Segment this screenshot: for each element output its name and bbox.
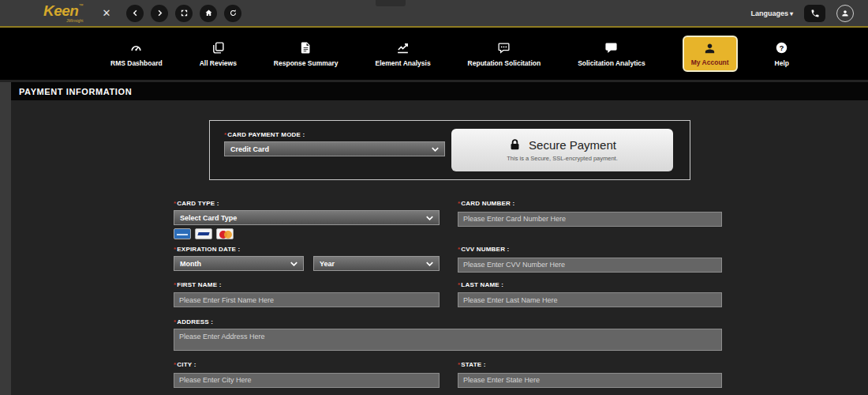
chevron-right-icon: [155, 9, 164, 17]
forward-button[interactable]: [151, 5, 168, 22]
secure-payment-card: Secure Payment This is a Secure, SSL-enc…: [451, 129, 673, 171]
card-payment-mode-select[interactable]: Credit Card: [224, 141, 445, 156]
secure-payment-note: This is a Secure, SSL-encrypted payment.: [507, 155, 617, 162]
nav-rms-dashboard[interactable]: RMS Dashboard: [110, 41, 163, 67]
nav-label: Response Summary: [274, 59, 339, 67]
fullscreen-icon: [180, 9, 189, 17]
account-button[interactable]: [836, 5, 854, 22]
cvv-input[interactable]: [458, 258, 722, 273]
reviews-icon: [211, 41, 225, 55]
languages-label: Languages: [750, 9, 788, 17]
secure-payment-title: Secure Payment: [529, 138, 616, 152]
nav-element-analysis[interactable]: Element Analysis: [376, 41, 431, 67]
gauge-icon: [129, 41, 143, 55]
first-name-label: *FIRST NAME :: [174, 281, 440, 288]
expiration-date-label: *EXPIRATION DATE :: [174, 246, 440, 253]
city-input[interactable]: [174, 373, 440, 388]
chevron-left-icon: [131, 9, 140, 17]
logo-text: Keen: [43, 2, 78, 19]
chevron-down-icon: [426, 261, 433, 266]
nav-solicitation-analytics[interactable]: Solicitation Analytics: [578, 41, 645, 67]
fullscreen-button[interactable]: [175, 5, 193, 22]
nav-all-reviews[interactable]: All Reviews: [200, 41, 237, 67]
card-type-select[interactable]: Select Card Type: [174, 210, 440, 225]
languages-menu[interactable]: Languages▾: [750, 9, 793, 17]
selected-value: Select Card Type: [180, 214, 237, 222]
chart-icon: [396, 41, 410, 55]
topbar: Keen™ JMInsight ✕ Languages▾: [0, 0, 868, 26]
nav-label: Element Analysis: [376, 59, 431, 67]
address-label: *ADDRESS :: [174, 318, 722, 325]
nav-my-account[interactable]: My Account: [683, 36, 738, 72]
state-label: *STATE :: [458, 361, 722, 368]
nav-label: All Reviews: [200, 59, 237, 67]
expiration-month-select[interactable]: Month: [174, 256, 304, 271]
expiration-year-select[interactable]: Year: [313, 256, 440, 271]
page-title-bar: PAYMENT INFORMATION: [11, 82, 868, 100]
card-type-label: *CARD TYPE :: [174, 200, 440, 207]
nav-label: Help: [775, 59, 789, 67]
first-name-input[interactable]: [174, 292, 440, 307]
chevron-down-icon: [290, 261, 297, 266]
refresh-icon: [229, 9, 238, 17]
chevron-down-icon: [432, 147, 439, 152]
help-icon: ?: [775, 41, 788, 55]
mastercard-icon: [216, 228, 234, 239]
nav-help[interactable]: ? Help: [775, 41, 789, 67]
state-input[interactable]: [458, 373, 722, 388]
main-navigation: RMS Dashboard All Reviews Response Summa…: [0, 28, 868, 80]
nav-label: Solicitation Analytics: [578, 59, 645, 67]
nav-reputation-solicitation[interactable]: Reputation Solicitation: [468, 41, 541, 67]
card-number-input[interactable]: [458, 212, 722, 227]
required-mark: *: [224, 131, 226, 138]
selected-value: Credit Card: [230, 145, 269, 153]
chat-dots-icon: [497, 41, 511, 55]
amex-card-icon: [174, 228, 191, 239]
visa-card-icon: [195, 228, 212, 239]
chat-filled-icon: [604, 41, 618, 55]
window-nav-buttons: [126, 5, 241, 22]
cvv-number-label: *CVV NUMBER :: [458, 246, 722, 253]
nav-label: Reputation Solicitation: [468, 59, 541, 67]
last-name-label: *LAST NAME :: [458, 281, 722, 288]
phone-icon: [810, 9, 820, 18]
topbar-right: Languages▾: [750, 5, 854, 22]
svg-text:?: ?: [780, 43, 784, 51]
browser-tab-edge: [376, 0, 406, 6]
logo-trademark: ™: [78, 3, 83, 8]
card-number-label: *CARD NUMBER :: [458, 200, 722, 207]
city-label: *CITY :: [174, 361, 440, 368]
address-input[interactable]: [174, 329, 722, 351]
nav-response-summary[interactable]: Response Summary: [274, 41, 339, 67]
nav-label: My Account: [691, 58, 729, 66]
nav-label: RMS Dashboard: [110, 59, 163, 67]
left-edge-strip: [0, 82, 11, 395]
lock-icon: [508, 138, 522, 152]
card-payment-mode-label: *CARD PAYMENT MODE :: [224, 131, 445, 138]
card-brand-icons: [174, 228, 440, 239]
selected-value: Month: [180, 260, 201, 268]
home-button[interactable]: [200, 5, 217, 22]
chevron-down-icon: ▾: [790, 10, 793, 17]
close-icon[interactable]: ✕: [102, 7, 110, 19]
document-icon: [299, 41, 312, 55]
user-icon: [703, 42, 716, 55]
payment-form: *CARD TYPE : Select Card Type *CARD NUMB…: [174, 200, 722, 395]
phone-button[interactable]: [804, 5, 825, 22]
page-title: PAYMENT INFORMATION: [19, 87, 132, 96]
back-button[interactable]: [126, 5, 144, 22]
payment-mode-panel: *CARD PAYMENT MODE : Credit Card Secure …: [209, 120, 690, 180]
chevron-down-icon: [426, 216, 433, 220]
last-name-input[interactable]: [458, 292, 722, 307]
keen-logo: Keen™ JMInsight: [43, 3, 83, 23]
refresh-button[interactable]: [224, 5, 241, 22]
content-area: PAYMENT INFORMATION *CARD PAYMENT MODE :…: [0, 82, 868, 395]
home-icon: [204, 9, 213, 17]
selected-value: Year: [320, 260, 335, 268]
logo-subtitle: JMInsight: [43, 19, 83, 23]
user-circle-icon: [840, 9, 850, 18]
